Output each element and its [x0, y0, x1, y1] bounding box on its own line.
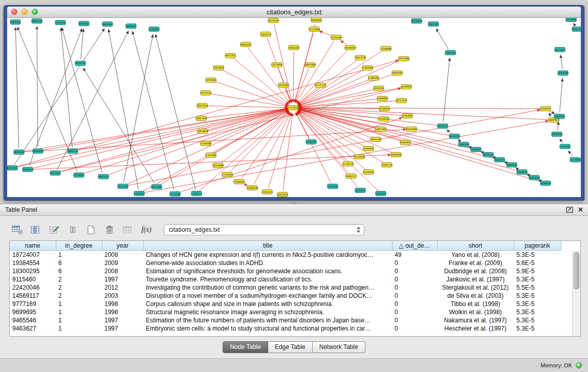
graph-node[interactable]: 16640391	[311, 18, 322, 22]
graph-node[interactable]: 12950314	[22, 167, 33, 172]
table-cell[interactable]: Wolkin et al. (1998)	[437, 308, 514, 316]
graph-node[interactable]: 11600883	[377, 96, 388, 101]
table-cell[interactable]: Stergiakouli et al. (2012)	[437, 283, 514, 292]
table-cell[interactable]: Tibbo et al. (1998)	[437, 300, 514, 308]
graph-node[interactable]: 15494262	[363, 146, 374, 151]
tab-network-table[interactable]: Network Table	[313, 341, 365, 353]
graph-node[interactable]: 18757516	[396, 98, 407, 103]
table-cell[interactable]: 18300295	[10, 267, 56, 275]
graph-node[interactable]: 15950318	[554, 114, 565, 119]
import-table-button[interactable]	[120, 223, 136, 237]
graph-node[interactable]: 16793212	[449, 134, 460, 139]
graph-node[interactable]: 17485302	[368, 76, 379, 80]
graph-node[interactable]: 11742831	[148, 27, 160, 31]
network-canvas[interactable]: 1724016151230491225430916640910196137931…	[7, 18, 581, 197]
graph-node[interactable]: 12160362	[378, 117, 389, 121]
table-cell[interactable]: 2008	[102, 250, 143, 259]
graph-node[interactable]: 12164057	[402, 114, 413, 118]
table-cell[interactable]: Estimation of the future numbers of pati…	[143, 316, 392, 324]
graph-node[interactable]: 11439306	[200, 141, 211, 146]
table-cell[interactable]: 2012	[102, 283, 143, 292]
table-cell[interactable]: 1997	[102, 275, 143, 283]
create-table-button[interactable]	[83, 223, 99, 237]
graph-node[interactable]: 14760321	[437, 124, 448, 128]
table-cell[interactable]: 6	[56, 267, 102, 275]
graph-node[interactable]: 19460532	[506, 163, 517, 167]
graph-node[interactable]: 13057209	[195, 116, 207, 121]
vertical-scrollbar[interactable]	[572, 251, 580, 336]
network-graph[interactable]: 1724016151230491225430916640910196137931…	[7, 18, 581, 197]
graph-node[interactable]: 18224062	[151, 185, 162, 189]
table-cell[interactable]: 1	[56, 316, 102, 324]
graph-node[interactable]: 15120396	[565, 18, 577, 21]
graph-node[interactable]: 16019432	[277, 192, 288, 197]
table-row[interactable]: 1830029562008Estimation of significance …	[10, 267, 561, 275]
graph-node[interactable]: 16254806	[212, 163, 224, 168]
table-cell[interactable]: 9115460	[10, 275, 56, 283]
column-header-name[interactable]: name	[10, 241, 56, 250]
graph-node[interactable]: 19273415	[554, 47, 565, 52]
table-cell[interactable]: 0	[392, 259, 437, 267]
graph-node[interactable]: 17135278	[342, 162, 354, 166]
table-cell[interactable]: 2009	[102, 259, 143, 267]
table-cell[interactable]: 2	[56, 292, 102, 300]
table-cell[interactable]: 5.3E-5	[514, 300, 561, 308]
graph-node[interactable]: 18923514	[197, 103, 208, 108]
graph-node[interactable]: 16521043	[117, 184, 128, 189]
table-cell[interactable]: 0	[392, 275, 437, 283]
graph-node[interactable]: 16842035	[551, 132, 562, 137]
graph-node[interactable]: 20260503	[13, 150, 25, 155]
graph-node[interactable]: 15777123	[315, 83, 326, 87]
graph-node[interactable]: 15854092	[390, 152, 402, 157]
graph-node[interactable]: 11013042	[7, 166, 18, 170]
delete-table-button[interactable]	[101, 223, 118, 237]
graph-node[interactable]: 17236493	[222, 172, 233, 177]
table-cell[interactable]: 6	[56, 259, 102, 267]
table-cell[interactable]: 5.6E-5	[514, 259, 561, 267]
table-cell[interactable]: 18724007	[10, 250, 56, 259]
table-cell[interactable]: 9463627	[10, 324, 56, 333]
table-cell[interactable]: 1998	[102, 300, 143, 308]
graph-node[interactable]: 14538052	[401, 84, 412, 89]
graph-node[interactable]: 12460537	[134, 191, 145, 196]
table-cell[interactable]: 9465546	[10, 316, 56, 324]
table-cell[interactable]: 0	[392, 267, 437, 275]
table-cell[interactable]: 5.5E-5	[514, 283, 561, 292]
tab-node-table[interactable]: Node Table	[223, 341, 268, 353]
table-cell[interactable]: Franke et al. (2009)	[437, 259, 514, 267]
column-header-short[interactable]: short	[437, 241, 514, 250]
zoom-window-button[interactable]	[32, 9, 38, 15]
graph-node[interactable]: 17913903	[205, 153, 216, 158]
graph-node[interactable]: 16961426	[288, 45, 299, 50]
graph-node[interactable]: 14850383	[391, 71, 403, 75]
graph-node[interactable]: 15013427	[50, 171, 61, 176]
graph-node[interactable]: 12731540	[169, 192, 181, 196]
scrollbar-thumb[interactable]	[574, 252, 579, 290]
table-cell[interactable]: 9699695	[10, 308, 56, 316]
graph-node[interactable]: 20510742	[75, 61, 86, 65]
graph-node[interactable]: 12975483	[398, 56, 409, 61]
close-window-button[interactable]	[11, 9, 17, 15]
table-cell[interactable]: 0	[392, 308, 437, 316]
table-cell[interactable]: 0	[392, 300, 437, 308]
graph-node[interactable]: 18924502	[529, 176, 540, 180]
graph-node[interactable]: 16116836	[354, 155, 365, 159]
table-row[interactable]: 977716911998Corpus callosum shape and si…	[10, 300, 561, 308]
graph-node[interactable]: 16162631	[373, 86, 384, 91]
table-cell[interactable]: 22420046	[10, 283, 56, 292]
graph-node[interactable]: 19154992	[406, 127, 417, 132]
table-cell[interactable]: 1998	[102, 308, 143, 316]
graph-node[interactable]: 14871811	[225, 53, 236, 58]
table-cell[interactable]: 5.9E-5	[514, 267, 561, 275]
graph-node[interactable]: 16046217	[345, 174, 357, 179]
graph-node[interactable]: 12916934	[205, 78, 216, 82]
graph-node[interactable]: 17654321	[262, 190, 273, 194]
graph-node[interactable]: 13214056	[271, 62, 282, 67]
graph-node[interactable]: 18130424	[411, 18, 422, 23]
graph-node[interactable]: 9406302	[79, 21, 89, 26]
column-header-title[interactable]: title	[143, 241, 392, 250]
table-row[interactable]: 1456911722003Disruption of a novel membe…	[10, 292, 561, 300]
graph-node[interactable]: 1724016	[288, 105, 298, 110]
table-cell[interactable]: Structural magnetic resonance image aver…	[143, 308, 392, 316]
graph-node[interactable]: 18604201	[240, 42, 251, 47]
